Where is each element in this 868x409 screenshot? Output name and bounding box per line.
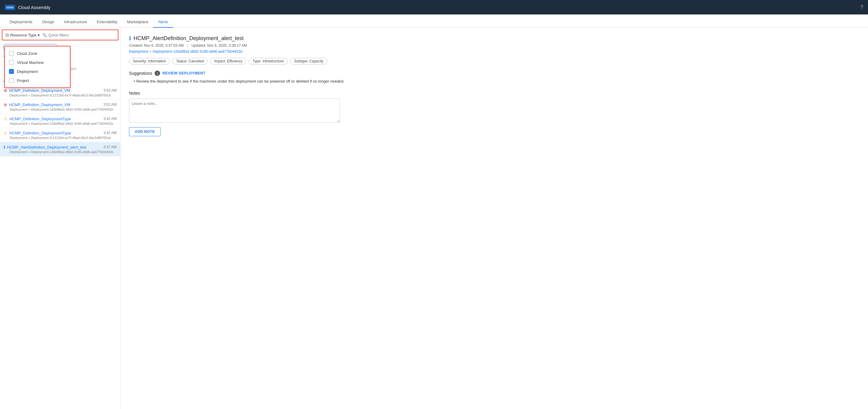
- cloud-zone-checkbox[interactable]: [9, 51, 14, 56]
- nav-item-extensibility[interactable]: Extensibility: [92, 17, 122, 28]
- detail-breadcrumb[interactable]: Deployment » Deployment-1d3e88a2-d9d2-41…: [129, 50, 860, 54]
- topbar: vmw Cloud Assembly ?: [0, 0, 868, 14]
- cloud-zone-label: Cloud Zone: [17, 51, 37, 56]
- main-container: ⊟ Resource Type ▾ 🔍 Cloud Zone Virtual M…: [0, 28, 868, 409]
- suggestions-label: Suggestions: [129, 71, 152, 76]
- dropdown-item-cloud-zone[interactable]: Cloud Zone: [5, 49, 70, 58]
- detail-created: Created: Nov 6, 2020, 3:37:53 AM: [129, 43, 184, 48]
- alert-name-2: HCMP_Definition_Deployment_VM: [9, 102, 70, 107]
- project-label: Project: [17, 78, 29, 83]
- app-title: Cloud Assembly: [18, 5, 51, 10]
- filter-bar: ⊟ Resource Type ▾ 🔍 Cloud Zone Virtual M…: [2, 30, 119, 40]
- review-deployment-link[interactable]: REVIEW DEPLOYMENT: [162, 71, 206, 75]
- detail-header: ℹ HCMP_AlertDefinition_Deployment_alert_…: [129, 35, 860, 41]
- alert-sub-5: Deployment » Deployment-1d3e88a2-d9d2-41…: [4, 150, 117, 154]
- alert-item-5[interactable]: ℹ HCMP_AlertDefinition_Deployment_alert_…: [0, 142, 120, 156]
- error-icon-1: ⊗: [4, 88, 7, 93]
- warning-icon-4: ⚠: [4, 130, 7, 135]
- suggestion-body: Review the deployment to see if the mach…: [136, 79, 344, 84]
- virtual-machine-label: Virtual Machine: [17, 60, 44, 65]
- tag-severity: Severity: Information: [129, 58, 170, 64]
- tag-type: Type: Infrastructure: [249, 58, 287, 64]
- project-checkbox[interactable]: [9, 78, 14, 83]
- alert-time-4: 3:42 AM: [103, 131, 117, 135]
- resource-type-button[interactable]: ⊟ Resource Type ▾: [5, 33, 40, 37]
- virtual-machine-checkbox[interactable]: [9, 60, 14, 65]
- bullet: •: [134, 79, 136, 84]
- dropdown-item-virtual-machine[interactable]: Virtual Machine: [5, 58, 70, 67]
- alert-sub-1: Deployment » Deployment-f11212bd-ee7f-48…: [4, 93, 117, 97]
- alert-item-4[interactable]: ⚠ HCMP_Definition_DeploymentType 3:42 AM…: [0, 128, 120, 142]
- add-note-button[interactable]: ADD NOTE: [129, 127, 161, 136]
- detail-title: HCMP_AlertDefinition_Deployment_alert_te…: [133, 35, 244, 41]
- notes-label: Notes: [129, 91, 860, 96]
- nav-item-marketplace[interactable]: Marketplace: [122, 17, 153, 28]
- tag-status: Status: Canceled: [173, 58, 208, 64]
- chevron-down-icon: ▾: [38, 33, 40, 37]
- tags-row: Severity: Information Status: Canceled I…: [129, 58, 860, 64]
- alert-name-4: HCMP_Definition_DeploymentType: [9, 131, 71, 135]
- filter-icon: ⊟: [5, 33, 9, 37]
- suggestions-header: Suggestions 1 REVIEW DEPLOYMENT: [129, 70, 860, 76]
- detail-panel: ℹ HCMP_AlertDefinition_Deployment_alert_…: [121, 28, 868, 409]
- warning-icon-3: ⚠: [4, 116, 7, 121]
- alert-name-3: HCMP_Definition_DeploymentType: [9, 117, 71, 121]
- quick-filter-area: 🔍: [42, 33, 115, 37]
- alert-time-5: 3:37 AM: [103, 145, 117, 149]
- alert-time-1: 3:52 AM: [103, 88, 117, 93]
- alert-sub-4: Deployment » Deployment-f11212bd-ee7f-48…: [4, 136, 117, 139]
- breadcrumb-part2: Deployment-1d3e88a2-d9d2-4180-a9d6-aa477…: [153, 50, 243, 54]
- left-panel: ⊟ Resource Type ▾ 🔍 Cloud Zone Virtual M…: [0, 28, 121, 409]
- resource-type-dropdown: Cloud Zone Virtual Machine Deployment Pr…: [4, 46, 70, 88]
- alert-item-2[interactable]: ⊗ HCMP_Definition_Deployment_VM 3:52 AM …: [0, 100, 120, 114]
- detail-updated: Updated: Nov 6, 2020, 3:38:17 AM: [191, 43, 247, 48]
- deployment-checkbox[interactable]: [9, 69, 14, 74]
- nav-item-infrastructure[interactable]: Infrastructure: [59, 17, 92, 28]
- detail-info-icon: ℹ: [129, 35, 131, 41]
- error-icon-2: ⊗: [4, 102, 7, 107]
- detail-meta: Created: Nov 6, 2020, 3:37:53 AM | Updat…: [129, 43, 860, 48]
- nav-item-deployments[interactable]: Deployments: [5, 17, 37, 28]
- nav-item-alerts[interactable]: Alerts: [153, 17, 173, 28]
- alert-sub-3: Deployment » Deployment-1d3e88a2-d9d2-41…: [4, 122, 117, 125]
- nav-item-design[interactable]: Design: [37, 17, 59, 28]
- alert-time-2: 3:52 AM: [103, 102, 117, 107]
- suggestions-count-badge: 1: [155, 70, 160, 76]
- alert-list: Today NO ALERTS TODAY Yesterday ⊗ HCMP_D…: [0, 53, 120, 409]
- alert-name-1: HCMP_Definition_Deployment_VM: [9, 88, 70, 93]
- alert-name-5: HCMP_AlertDefinition_Deployment_alert_te…: [7, 145, 87, 150]
- tag-subtype: Subtype: Capacity: [290, 58, 327, 64]
- tag-impact: Impact: Efficiency: [210, 58, 246, 64]
- resource-type-label: Resource Type: [10, 33, 36, 37]
- alert-time-3: 3:42 AM: [103, 117, 117, 121]
- alert-sub-2: Deployment » Deployment-1d3e88a2-d9d2-41…: [4, 107, 117, 111]
- info-icon-5: ℹ: [4, 145, 5, 150]
- breadcrumb-arrow-icon: »: [150, 50, 152, 54]
- alert-item-3[interactable]: ⚠ HCMP_Definition_DeploymentType 3:42 AM…: [0, 114, 120, 128]
- vmw-logo: vmw: [5, 5, 15, 10]
- detail-sep: |: [187, 43, 188, 48]
- help-icon[interactable]: ?: [860, 4, 863, 10]
- navbar: Deployments Design Infrastructure Extens…: [0, 14, 868, 28]
- dropdown-item-deployment[interactable]: Deployment: [5, 67, 70, 76]
- breadcrumb-part1: Deployment: [129, 50, 148, 54]
- suggestion-text: • Review the deployment to see if the ma…: [129, 79, 860, 84]
- topbar-left: vmw Cloud Assembly: [5, 5, 50, 10]
- quick-filter-input[interactable]: [48, 33, 115, 37]
- deployment-label: Deployment: [17, 69, 38, 74]
- notes-textarea[interactable]: [129, 99, 340, 123]
- search-icon: 🔍: [42, 33, 47, 37]
- dropdown-item-project[interactable]: Project: [5, 76, 70, 85]
